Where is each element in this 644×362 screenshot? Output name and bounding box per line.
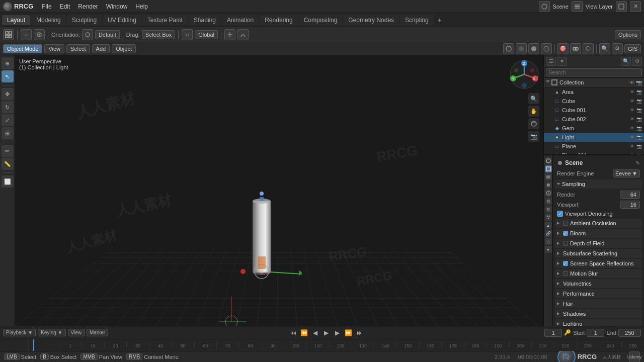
- item-vis-icon[interactable]: 👁: [629, 89, 635, 95]
- drag-mode-dropdown[interactable]: Select Box: [142, 30, 176, 39]
- tab-texture-paint[interactable]: Texture Paint: [142, 15, 188, 25]
- snap-icon[interactable]: [34, 29, 45, 40]
- viewport-render-btn[interactable]: [503, 43, 514, 54]
- sampling-section[interactable]: Sampling: [555, 179, 642, 189]
- item-render-icon[interactable]: 📷: [636, 89, 642, 95]
- physics-props-icon[interactable]: ▲: [545, 222, 552, 229]
- ssr-checkbox[interactable]: ✓: [563, 261, 568, 266]
- viewport-solid-btn[interactable]: [528, 43, 539, 54]
- view-layer-props-icon[interactable]: [545, 173, 552, 180]
- current-frame-input[interactable]: [544, 329, 562, 337]
- xray-btn[interactable]: ⬡: [583, 43, 594, 54]
- item-render-icon[interactable]: 📷: [636, 98, 642, 104]
- item-vis-icon[interactable]: 👁: [629, 107, 635, 113]
- tab-geometry-nodes[interactable]: Geometry Nodes: [343, 15, 399, 25]
- tab-sculpting[interactable]: Sculpting: [67, 15, 102, 25]
- menu-edit[interactable]: Edit: [56, 2, 74, 11]
- tab-modeling[interactable]: Modeling: [31, 15, 66, 25]
- render-value[interactable]: 64: [620, 191, 640, 199]
- menu-file[interactable]: File: [38, 2, 55, 11]
- hair-section[interactable]: Hair: [555, 299, 642, 308]
- jump-start-btn[interactable]: ⏮: [289, 328, 298, 337]
- select-tool-icon[interactable]: ↖: [2, 70, 14, 82]
- object-props-icon[interactable]: [545, 198, 552, 205]
- select-btn[interactable]: Select: [66, 44, 90, 53]
- measure-icon[interactable]: 📏: [2, 158, 14, 170]
- ambient-occlusion-section[interactable]: Ambient Occlusion: [555, 219, 642, 228]
- outliner-item-plane[interactable]: □ Plane 👁 📷: [544, 142, 644, 151]
- end-frame-input[interactable]: [618, 329, 641, 337]
- proportional-icon[interactable]: ○: [182, 29, 193, 40]
- jump-end-btn[interactable]: ⏭: [355, 328, 364, 337]
- data-props-icon[interactable]: △: [545, 238, 552, 245]
- tab-compositing[interactable]: Compositing: [299, 15, 343, 25]
- transform-icon[interactable]: ↔: [21, 29, 32, 40]
- outliner-options-btn[interactable]: ⚙: [632, 57, 642, 66]
- proportional-falloff-icon[interactable]: [237, 29, 249, 40]
- mode-btn[interactable]: Object Mode: [3, 44, 42, 53]
- collection-arrow[interactable]: [546, 80, 550, 84]
- constraints-props-icon[interactable]: 🔗: [545, 230, 552, 237]
- object-btn[interactable]: Object: [112, 44, 136, 53]
- orbit-icon[interactable]: [528, 118, 539, 129]
- sss-section[interactable]: Subsurface Scattering: [555, 249, 642, 258]
- prev-keyframe-btn[interactable]: ◀: [311, 328, 320, 337]
- viewport-value[interactable]: 16: [620, 201, 640, 209]
- outliner-type-btn[interactable]: ☰: [546, 57, 556, 66]
- show-overlays-btn[interactable]: [570, 43, 581, 54]
- item-render-icon[interactable]: 📷: [636, 125, 642, 131]
- dof-section[interactable]: Depth of Field: [555, 239, 642, 248]
- outliner-item-gem[interactable]: ◆ Gem 👁 📷: [544, 124, 644, 133]
- gis-btn[interactable]: GIS: [624, 44, 641, 53]
- item-vis-icon[interactable]: 👁: [629, 143, 635, 149]
- tab-uv-editing[interactable]: UV Editing: [103, 15, 141, 25]
- render-engine-dropdown[interactable]: Eevee ▼: [613, 169, 640, 177]
- shadows-section[interactable]: Shadows: [555, 309, 642, 318]
- item-render-icon[interactable]: 📷: [636, 107, 642, 113]
- next-keyframe-btn[interactable]: ▶: [333, 328, 342, 337]
- outliner-item-cube[interactable]: □ Cube 👁 📷: [544, 97, 644, 106]
- zoom-in-icon[interactable]: 🔍: [528, 93, 539, 104]
- prev-frame-btn[interactable]: ⏪: [300, 328, 309, 337]
- view-layer-icon[interactable]: [572, 1, 583, 12]
- next-frame-btn[interactable]: ⏩: [344, 328, 353, 337]
- modifier-props-icon[interactable]: ⚙: [545, 206, 552, 213]
- item-vis-icon[interactable]: 👁: [629, 125, 635, 131]
- material-props-icon[interactable]: ●: [545, 246, 552, 253]
- menu-render[interactable]: Render: [74, 2, 101, 11]
- ssr-section[interactable]: ✓ Screen Space Reflections: [555, 259, 642, 268]
- move-tool-icon[interactable]: ✥: [2, 88, 14, 100]
- editor-type-btn[interactable]: [3, 29, 14, 40]
- menu-window[interactable]: Window: [103, 2, 131, 11]
- render-props-icon[interactable]: [545, 157, 552, 164]
- scene-selector-icon[interactable]: [539, 1, 550, 12]
- viewport-denoising-checkbox[interactable]: ✓: [557, 211, 563, 217]
- tab-shading[interactable]: Shading: [189, 15, 221, 25]
- tab-layout[interactable]: Layout: [2, 15, 30, 25]
- add-workspace-btn[interactable]: +: [435, 15, 445, 25]
- scene-props-icon[interactable]: [545, 182, 552, 189]
- outliner-filter-btn[interactable]: ▼: [557, 57, 567, 66]
- item-vis-icon[interactable]: 👁: [629, 98, 635, 104]
- viewport-gizmo[interactable]: X Y Z: [509, 59, 539, 89]
- outliner-search-input[interactable]: [546, 68, 642, 76]
- outliner-item-cube002[interactable]: □ Cube.002 👁 📷: [544, 115, 644, 124]
- udemy-link[interactable]: Udemy: [629, 351, 640, 363]
- orientation-icon[interactable]: [82, 29, 93, 40]
- motion-blur-section[interactable]: Motion Blur: [555, 269, 642, 278]
- item-render-icon[interactable]: 📷: [636, 116, 642, 122]
- start-frame-input[interactable]: [587, 329, 604, 337]
- outliner-item-plane001[interactable]: □ Plane.001 👁 📷: [544, 151, 644, 155]
- 3d-viewport[interactable]: 人人素材 RRCG 人人素材 RRCG 人人素材 RRCG: [15, 55, 543, 326]
- outliner-search-btn[interactable]: 🔍: [621, 57, 631, 66]
- playback-btn[interactable]: Playback ▼: [3, 329, 36, 336]
- bloom-checkbox[interactable]: ✓: [563, 231, 568, 236]
- tab-rendering[interactable]: Rendering: [260, 15, 297, 25]
- view-btn[interactable]: View: [68, 329, 85, 336]
- ao-checkbox[interactable]: [563, 221, 568, 226]
- scene-options-icon[interactable]: ✎: [635, 160, 640, 166]
- item-vis-icon[interactable]: 👁: [629, 116, 635, 122]
- cursor-tool-icon[interactable]: ⊕: [2, 57, 14, 69]
- lighting-section[interactable]: Lighting: [555, 319, 642, 326]
- bloom-section[interactable]: ✓ Bloom: [555, 229, 642, 238]
